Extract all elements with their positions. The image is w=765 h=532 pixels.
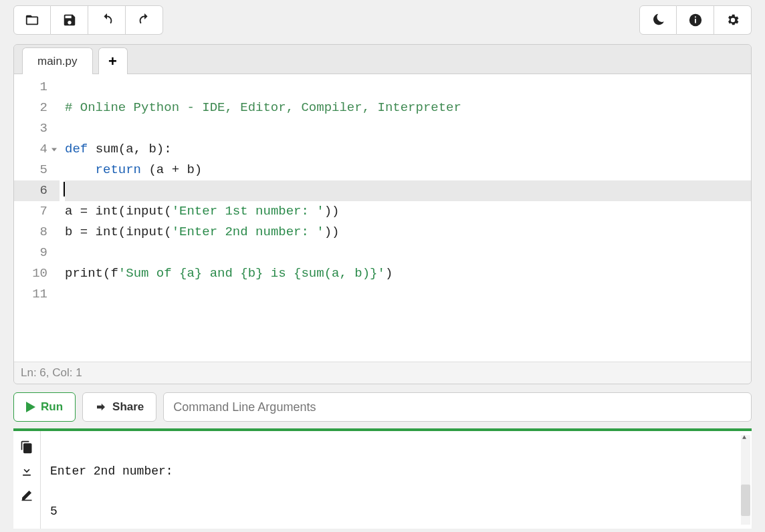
tab-bar: main.py + [14,45,751,74]
save-icon [62,13,77,27]
output-line: 5 [50,505,742,518]
folder-open-icon [25,13,39,27]
settings-button[interactable] [714,5,752,35]
open-file-button[interactable] [13,5,51,35]
code-editor[interactable]: # Online Python - IDE, Editor, Compiler,… [60,74,751,362]
dark-mode-button[interactable] [639,5,677,35]
svg-rect-1 [695,19,696,23]
info-icon [688,13,703,27]
gear-icon [726,13,740,27]
run-button[interactable]: Run [13,392,76,422]
play-icon [26,402,35,412]
scroll-up-icon[interactable]: ▲ [742,434,746,441]
output-terminal[interactable]: Enter 2nd number: 5 Sum of 4 and 5 is 9 … [40,431,752,529]
cli-args-input[interactable] [163,392,752,422]
scrollbar-thumb[interactable] [741,485,750,516]
undo-icon [100,13,114,27]
svg-rect-2 [695,17,696,18]
redo-button[interactable] [126,5,163,35]
share-icon [95,401,107,413]
tab-add-button[interactable]: + [98,47,128,74]
status-bar: Ln: 6, Col: 1 [14,362,751,384]
redo-icon [137,13,152,27]
tab-main[interactable]: main.py [22,47,93,74]
cursor [64,182,65,196]
copy-icon[interactable] [20,440,33,454]
share-button[interactable]: Share [82,392,156,422]
download-icon[interactable] [20,464,33,478]
undo-button[interactable] [88,5,126,35]
save-button[interactable] [51,5,88,35]
moon-icon [651,13,665,27]
output-line: Enter 2nd number: [50,464,742,478]
scrollbar[interactable]: ▲ [741,435,750,525]
line-gutter: 1 2 3 4 5 6 7 8 9 10 11 [14,74,60,362]
info-button[interactable] [677,5,714,35]
erase-icon[interactable] [20,489,33,502]
